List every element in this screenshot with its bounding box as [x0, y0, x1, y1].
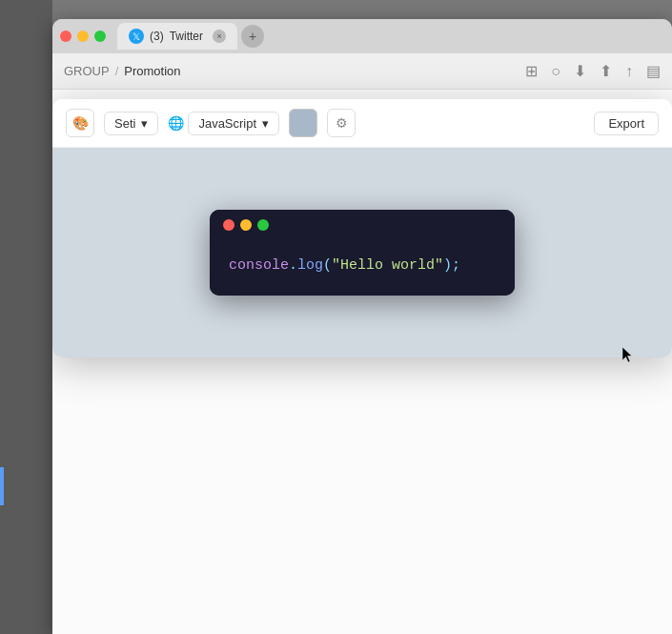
content-area: example-date.txt No description. Public … — [52, 90, 672, 634]
new-tab-button[interactable]: + — [241, 25, 264, 48]
palette-icon: 🎨 — [66, 109, 94, 137]
browser-toolbar: GROUP / Promotion ⊞ ○ ⬇ ⬆ ↑ ▤ — [52, 53, 672, 90]
browser-window: 𝕏 (3) Twitter × + GROUP / Promotion ⊞ ○ … — [52, 19, 672, 634]
modal-overlay: 🎨 Seti ▾ 🌐 JavaScript ▾ ⚙ Ex — [52, 90, 672, 634]
circle-icon[interactable]: ○ — [551, 63, 560, 80]
code-dot-char: . — [289, 257, 297, 274]
language-dropdown[interactable]: JavaScript ▾ — [188, 112, 279, 135]
language-selector: 🌐 JavaScript ▾ — [168, 112, 279, 135]
export-button[interactable]: Export — [594, 112, 659, 135]
code-string: "Hello world" — [332, 257, 443, 274]
breadcrumb-separator: / — [115, 64, 119, 78]
toolbar-icons: ⊞ ○ ⬇ ⬆ ↑ ▤ — [525, 62, 661, 80]
code-dot-yellow — [240, 219, 252, 231]
grid-icon[interactable]: ⊞ — [525, 62, 538, 80]
tab-badge: (3) — [150, 30, 164, 43]
code-preview-modal: 🎨 Seti ▾ 🌐 JavaScript ▾ ⚙ Ex — [52, 99, 672, 358]
chevron-down-icon: ▾ — [141, 116, 148, 131]
twitter-icon: 𝕏 — [129, 29, 144, 44]
chevron-down-icon: ▾ — [262, 116, 269, 131]
maximize-button[interactable] — [94, 31, 106, 42]
code-window: console.log("Hello world"); — [210, 210, 515, 297]
sidebar-active-indicator — [0, 467, 4, 505]
breadcrumb-current: Promotion — [124, 64, 180, 78]
code-console: console — [229, 257, 289, 274]
code-line: console.log("Hello world"); — [229, 256, 496, 277]
code-preview-area: console.log("Hello world"); — [52, 148, 672, 358]
globe-icon: 🌐 — [168, 115, 184, 131]
code-dot-green — [257, 219, 269, 231]
columns-icon[interactable]: ▤ — [646, 62, 661, 80]
theme-dropdown[interactable]: Seti ▾ — [104, 112, 158, 135]
tab-title: Twitter — [170, 30, 203, 43]
sidebar — [0, 0, 52, 634]
color-swatch[interactable] — [289, 109, 317, 137]
code-dot-red — [223, 219, 234, 231]
share-icon[interactable]: ↑ — [625, 63, 633, 80]
code-paren-close: ); — [443, 257, 460, 274]
close-button[interactable] — [60, 31, 71, 42]
cloud-download-icon[interactable]: ⬇ — [574, 62, 586, 80]
code-method: log — [297, 257, 323, 274]
traffic-lights — [60, 31, 106, 42]
language-label: JavaScript — [198, 116, 256, 131]
tab-bar: 𝕏 (3) Twitter × + — [52, 19, 672, 53]
modal-toolbar: 🎨 Seti ▾ 🌐 JavaScript ▾ ⚙ Ex — [52, 99, 672, 148]
code-window-titlebar — [210, 210, 515, 240]
gear-icon[interactable]: ⚙ — [327, 109, 356, 137]
twitter-tab[interactable]: 𝕏 (3) Twitter × — [117, 23, 237, 50]
code-content: console.log("Hello world"); — [210, 240, 515, 297]
code-paren-open: ( — [323, 257, 332, 274]
breadcrumb-group: GROUP — [64, 64, 110, 78]
cloud-upload-icon[interactable]: ⬆ — [600, 62, 612, 80]
theme-label: Seti — [114, 116, 135, 131]
tab-close-button[interactable]: × — [213, 30, 226, 43]
minimize-button[interactable] — [77, 31, 89, 42]
breadcrumb: GROUP / Promotion — [64, 64, 518, 78]
